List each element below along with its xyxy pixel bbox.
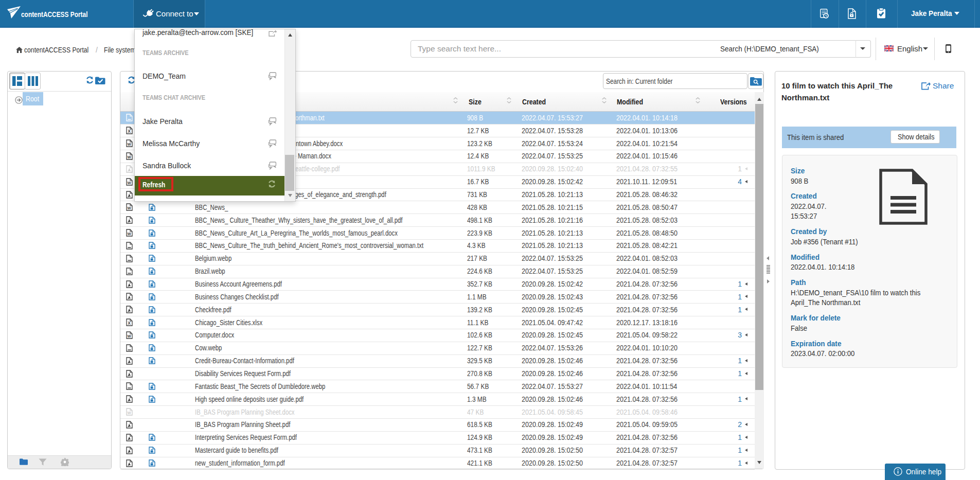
svg-text:X: X (128, 321, 131, 326)
svg-text:W: W (127, 232, 131, 236)
svg-text:W: W (127, 334, 131, 339)
svg-text:W: W (127, 206, 131, 210)
svg-text:W: W (127, 155, 131, 159)
svg-text:X: X (128, 129, 131, 134)
svg-text:W: W (127, 411, 131, 415)
svg-text:W: W (127, 142, 131, 147)
svg-text:W: W (127, 181, 131, 185)
